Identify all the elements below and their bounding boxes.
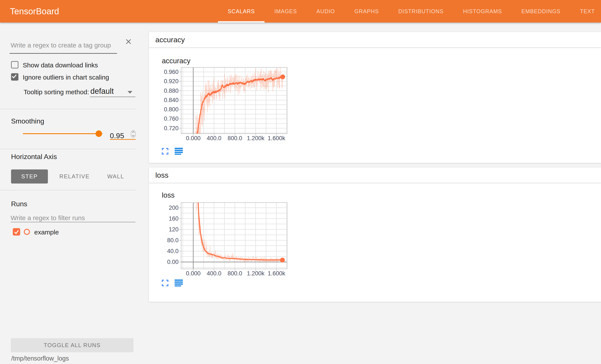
active-tab-underline <box>218 21 265 22</box>
svg-text:200: 200 <box>169 204 179 211</box>
tab-images[interactable]: IMAGES <box>265 0 307 22</box>
log-directory-path: /tmp/tensorflow_logs <box>11 355 69 362</box>
tag-group-card-accuracy: accuracy accuracy 0.000400.0800.01.200k1… <box>149 32 601 163</box>
tab-histograms[interactable]: HISTOGRAMS <box>453 0 512 22</box>
run-checkbox-example[interactable] <box>13 228 20 235</box>
tab-graphs[interactable]: GRAPHS <box>345 0 389 22</box>
tag-group-header[interactable]: loss <box>149 167 601 183</box>
run-label[interactable]: example <box>34 229 59 236</box>
ignore-outliers-label[interactable]: Ignore outliers in chart scaling <box>23 74 109 81</box>
svg-text:1.200k: 1.200k <box>247 135 265 142</box>
smoothing-slider-track[interactable] <box>23 133 99 134</box>
tag-filter-input[interactable]: Write a regex to create a tag group <box>11 42 111 49</box>
svg-text:0.760: 0.760 <box>164 115 179 122</box>
svg-text:0.00: 0.00 <box>167 259 179 265</box>
tab-text[interactable]: TEXT <box>570 0 601 22</box>
horizontal-axis-label: Horizontal Axis <box>11 153 57 161</box>
svg-text:400.0: 400.0 <box>207 135 221 142</box>
dropdown-underline <box>90 97 135 97</box>
svg-text:160: 160 <box>169 215 179 222</box>
tensorboard-app: TensorBoard SCALARSIMAGESAUDIOGRAPHSDIST… <box>0 0 601 364</box>
svg-text:1.200k: 1.200k <box>247 270 265 277</box>
show-download-links-checkbox[interactable] <box>11 61 19 69</box>
expand-chart-icon[interactable] <box>162 148 169 155</box>
tab-distributions[interactable]: DISTRIBUTIONS <box>389 0 453 22</box>
svg-text:0.000: 0.000 <box>186 135 201 142</box>
runs-filter-underline <box>11 222 135 222</box>
divider <box>0 190 136 191</box>
svg-text:40.0: 40.0 <box>167 248 179 254</box>
run-selector-icon[interactable] <box>175 280 183 286</box>
svg-text:80.0: 80.0 <box>167 237 179 243</box>
loss-chart[interactable]: 0.000400.0800.01.200k1.600k20016012080.0… <box>158 198 301 285</box>
nav-tabs: SCALARSIMAGESAUDIOGRAPHSDISTRIBUTIONSHIS… <box>218 0 601 22</box>
tooltip-sort-dropdown[interactable]: default <box>90 87 114 96</box>
show-download-links-label[interactable]: Show data download links <box>23 61 98 69</box>
svg-text:120: 120 <box>169 226 179 233</box>
svg-text:800.0: 800.0 <box>228 270 242 277</box>
run-color-swatch <box>24 229 30 235</box>
app-header: TensorBoard SCALARSIMAGESAUDIOGRAPHSDIST… <box>0 0 601 22</box>
accuracy-chart[interactable]: 0.000400.0800.01.200k1.600k0.9600.9200.8… <box>158 63 301 150</box>
svg-text:1.600k: 1.600k <box>268 270 285 277</box>
tag-group-title: accuracy <box>155 36 185 44</box>
svg-text:0.960: 0.960 <box>164 69 179 75</box>
svg-text:0.000: 0.000 <box>186 270 201 277</box>
ignore-outliers-checkbox[interactable] <box>11 73 19 81</box>
app-title: TensorBoard <box>10 0 59 22</box>
tag-filter-underline <box>10 53 117 54</box>
chart-actions <box>162 280 183 286</box>
smoothing-slider-handle[interactable] <box>96 131 102 137</box>
tab-embeddings[interactable]: EMBEDDINGS <box>512 0 570 22</box>
divider <box>0 149 136 149</box>
axis-step-button[interactable]: STEP <box>11 169 48 183</box>
tag-group-title: loss <box>155 171 168 179</box>
smoothing-value-underline <box>110 139 136 140</box>
axis-relative-button[interactable]: RELATIVE <box>59 169 90 183</box>
svg-text:400.0: 400.0 <box>207 270 221 277</box>
tab-scalars[interactable]: SCALARS <box>218 0 265 22</box>
svg-text:0.920: 0.920 <box>164 78 179 84</box>
dropdown-arrow-icon[interactable] <box>128 91 132 94</box>
tooltip-sort-label: Tooltip sorting method: <box>24 88 89 96</box>
toggle-all-runs-button[interactable]: TOGGLE ALL RUNS <box>11 338 133 352</box>
expand-chart-icon[interactable] <box>162 280 169 286</box>
svg-text:1.600k: 1.600k <box>268 135 285 142</box>
svg-text:0.800: 0.800 <box>164 106 179 113</box>
runs-section-label: Runs <box>11 200 27 208</box>
axis-wall-button[interactable]: WALL <box>107 169 124 183</box>
smoothing-label: Smoothing <box>11 117 44 125</box>
clear-tag-filter-icon[interactable] <box>125 38 132 45</box>
svg-text:0.880: 0.880 <box>164 88 179 94</box>
svg-text:0.840: 0.840 <box>164 97 179 103</box>
runs-filter-input[interactable]: Write a regex to filter runs <box>11 214 85 222</box>
chart-actions <box>162 148 183 155</box>
svg-text:0.720: 0.720 <box>164 125 179 131</box>
tab-audio[interactable]: AUDIO <box>307 0 345 22</box>
divider <box>0 109 136 109</box>
smoothing-value-input[interactable]: 0.95 <box>110 131 124 140</box>
smoothing-stepper[interactable] <box>131 130 136 138</box>
run-selector-icon[interactable] <box>175 148 183 155</box>
tag-group-header[interactable]: accuracy <box>149 32 601 48</box>
tag-group-card-loss: loss loss 0.000400.0800.01.200k1.600k200… <box>149 167 601 302</box>
svg-text:800.0: 800.0 <box>228 135 242 142</box>
